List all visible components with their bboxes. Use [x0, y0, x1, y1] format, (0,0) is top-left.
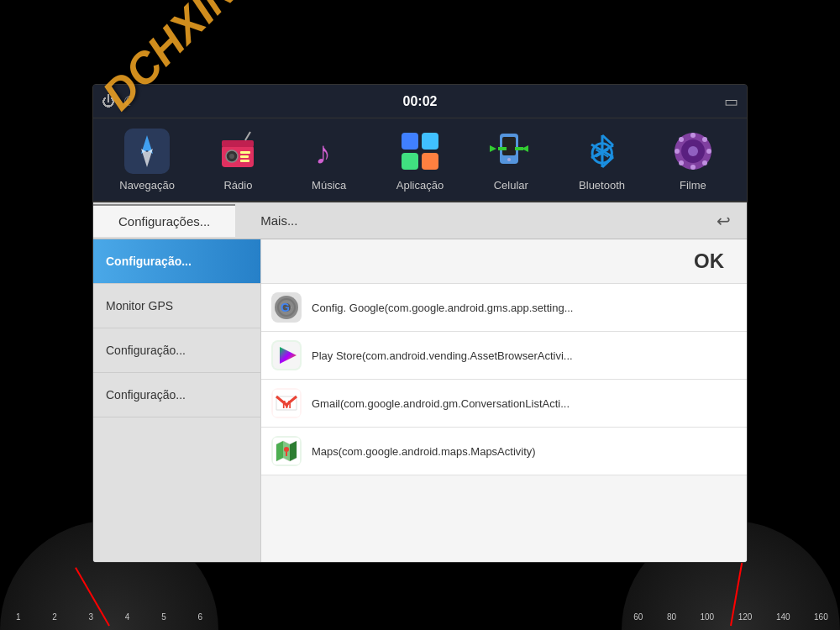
svg-rect-8: [240, 151, 250, 154]
nav-icon-filme: [670, 129, 716, 174]
tab-bar: Configurações... Mais... ↩: [93, 202, 747, 239]
nav-item-aplicacao[interactable]: Aplicação: [386, 129, 454, 192]
tab-mais[interactable]: Mais...: [235, 205, 323, 236]
app-item-google-config[interactable]: G Config. Google(com.google.android.gms.…: [261, 284, 747, 332]
nav-item-filme[interactable]: Filme: [659, 129, 727, 192]
screen-icon[interactable]: ▭: [724, 93, 738, 110]
nav-label-aplicacao: Aplicação: [396, 179, 444, 192]
nav-item-bluetooth[interactable]: ⊛ Bluetooth: [569, 129, 636, 192]
svg-marker-22: [490, 145, 496, 152]
right-panel: OK G: [261, 239, 747, 562]
nav-icon-radio: [215, 129, 260, 174]
app-text-gmail: Gmail(com.google.android.gm.Conversation…: [312, 397, 570, 410]
nav-icon-aplicacao: [397, 129, 443, 174]
svg-point-37: [679, 137, 684, 142]
svg-point-33: [690, 133, 696, 138]
svg-rect-23: [498, 147, 507, 150]
app-item-gmail[interactable]: M Gmail(com.google.android.gm.Conversati…: [261, 380, 747, 428]
svg-rect-21: [515, 147, 523, 150]
tab-configuracoes[interactable]: Configurações...: [93, 204, 235, 237]
moon-icon: ☾: [123, 93, 135, 109]
svg-point-36: [706, 149, 711, 154]
svg-point-34: [690, 165, 696, 170]
svg-rect-15: [402, 153, 418, 170]
nav-label-celular: Celular: [494, 179, 528, 192]
svg-rect-13: [402, 133, 418, 150]
sidebar: Configuração... Monitor GPS Configuração…: [93, 239, 261, 562]
svg-rect-18: [502, 137, 516, 155]
app-text-play-store: Play Store(com.android.vending.AssetBrow…: [312, 349, 573, 362]
nav-bar: Navegação Rádio: [93, 118, 747, 202]
sidebar-item-configuracao2[interactable]: Configuração...: [93, 328, 260, 373]
svg-point-40: [702, 160, 707, 165]
nav-item-radio[interactable]: Rádio: [204, 129, 271, 192]
ok-row: OK: [261, 239, 747, 284]
svg-text:♪: ♪: [315, 135, 331, 171]
nav-icon-celular: [488, 129, 533, 174]
nav-label-musica: Música: [312, 179, 346, 192]
app-icon-google-config: G: [271, 292, 302, 323]
svg-point-19: [507, 158, 511, 161]
header-time: 00:02: [403, 94, 438, 109]
nav-icon-bluetooth: ⊛: [580, 129, 625, 174]
back-button[interactable]: ↩: [708, 206, 738, 236]
svg-marker-51: [276, 441, 283, 461]
screen-container: ⏻ ☾ 00:02 ▭ Navegação: [92, 84, 748, 563]
app-text-google-config: Config. Google(com.google.android.gms.ap…: [312, 302, 573, 314]
app-icon-play-store: [271, 340, 302, 370]
sidebar-item-configuracao1[interactable]: Configuração...: [93, 239, 260, 284]
nav-icon-navegacao: [124, 129, 170, 174]
nav-label-bluetooth: Bluetooth: [579, 179, 625, 192]
app-item-play-store[interactable]: Play Store(com.android.vending.AssetBrow…: [261, 332, 747, 380]
svg-rect-16: [422, 153, 438, 170]
svg-point-35: [675, 149, 680, 154]
svg-rect-9: [240, 155, 249, 158]
nav-label-radio: Rádio: [223, 179, 252, 192]
nav-item-navegacao[interactable]: Navegação: [113, 129, 181, 192]
app-text-maps: Maps(com.google.android.maps.MapsActivit…: [312, 445, 536, 458]
nav-icon-musica: ♪: [307, 129, 352, 174]
power-icon[interactable]: ⏻: [102, 94, 115, 109]
svg-rect-14: [422, 133, 438, 150]
app-item-maps[interactable]: Maps(com.google.android.maps.MapsActivit…: [261, 428, 747, 475]
nav-label-filme: Filme: [680, 179, 706, 192]
svg-point-32: [688, 146, 698, 156]
svg-rect-10: [240, 160, 249, 162]
app-list: G Config. Google(com.google.android.gms.…: [261, 284, 747, 562]
content-area: Configurações... Mais... ↩ Configuração.…: [93, 202, 747, 562]
ok-button[interactable]: OK: [684, 246, 734, 276]
nav-item-musica[interactable]: ♪ Música: [296, 129, 363, 192]
svg-point-39: [679, 160, 684, 165]
app-icon-gmail: M: [271, 388, 302, 418]
svg-point-7: [229, 154, 234, 159]
app-icon-maps: [271, 436, 302, 466]
main-content: Configuração... Monitor GPS Configuração…: [93, 239, 747, 562]
svg-marker-53: [290, 441, 297, 461]
svg-point-38: [702, 137, 707, 142]
nav-label-navegacao: Navegação: [119, 179, 175, 192]
sidebar-item-configuracao3[interactable]: Configuração...: [93, 373, 260, 417]
svg-text:G: G: [281, 301, 290, 314]
nav-item-celular[interactable]: Celular: [477, 129, 544, 192]
header-bar: ⏻ ☾ 00:02 ▭: [93, 85, 747, 118]
sidebar-item-monitor-gps[interactable]: Monitor GPS: [93, 284, 260, 328]
svg-text:M: M: [282, 398, 291, 411]
svg-rect-5: [222, 140, 254, 147]
svg-point-54: [284, 447, 289, 452]
